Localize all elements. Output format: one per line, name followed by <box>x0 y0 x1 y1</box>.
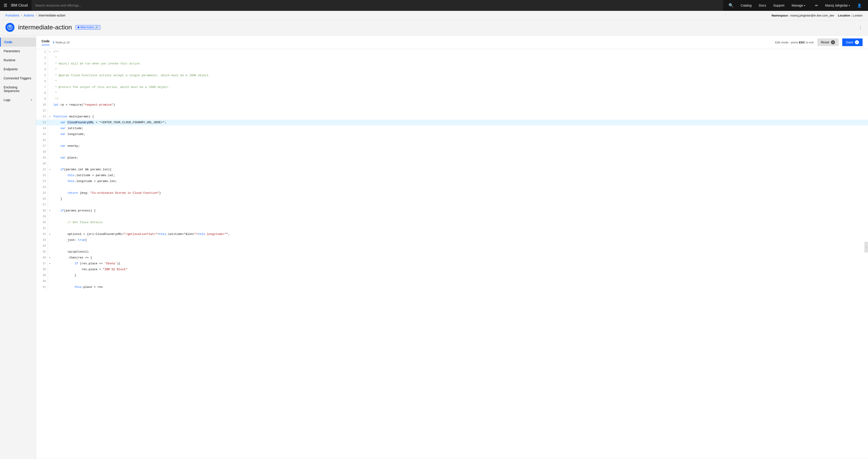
sidebar-item-connected-triggers[interactable]: Connected Triggers <box>0 74 36 83</box>
collapse-arrow-icon <box>48 67 52 72</box>
sidebar-item-parameters[interactable]: Parameters <box>0 47 36 56</box>
table-row[interactable]: 25 return {msg: "Co-ordinates Stored in … <box>36 190 868 196</box>
table-row[interactable]: 3 * main() will be run when you invoke t… <box>36 61 868 67</box>
sidebar-item-runtime[interactable]: Runtime <box>0 56 36 65</box>
table-row[interactable]: 37▾ if (res.place == 'Ebony'){ <box>36 261 868 267</box>
line-number: 5 <box>36 72 48 79</box>
user-menu[interactable]: Manoj Jahgirdar ▾ <box>822 0 854 11</box>
reset-button[interactable]: Reset ✕ <box>817 38 839 46</box>
web-action-badge[interactable]: Web Action 🔗 <box>75 25 100 30</box>
sidebar-item-enclosing-sequences[interactable]: Enclosing Sequences <box>0 83 36 95</box>
collapse-arrow-icon <box>48 143 52 149</box>
table-row[interactable]: 30 // Get Place Details <box>36 219 868 225</box>
table-row[interactable]: 18 <box>36 149 868 155</box>
more-options-icon[interactable]: ⋮ <box>858 25 863 30</box>
menu-icon[interactable]: ☰ <box>4 3 7 8</box>
collapse-arrow-icon <box>48 202 52 208</box>
table-row[interactable]: 17 var nearby; <box>36 143 868 149</box>
breadcrumb-actions[interactable]: Actions <box>24 13 34 17</box>
table-row[interactable]: 9 */ <box>36 96 868 102</box>
user-name: Manoj Jahgirdar <box>825 4 848 7</box>
table-row[interactable]: 34 <box>36 243 868 249</box>
table-row[interactable]: 11 <box>36 108 868 114</box>
line-number: 28 <box>36 208 48 214</box>
sidebar-item-code[interactable]: Code <box>0 37 36 47</box>
docs-link[interactable]: Docs <box>755 0 770 11</box>
runtime-badge: ℹ Node.js 10 <box>53 40 70 44</box>
table-row[interactable]: 38 res.place = "IBM G2 Block" <box>36 267 868 272</box>
table-row[interactable]: 15 var longitude; <box>36 131 868 137</box>
table-row[interactable]: 12▾function main(params) { <box>36 114 868 120</box>
table-row[interactable]: 4 * <box>36 67 868 72</box>
breadcrumb-functions[interactable]: Functions <box>5 13 19 17</box>
edit-icon[interactable]: ✏ <box>812 0 821 11</box>
user-avatar-icon[interactable]: 👤 <box>855 0 864 11</box>
manage-link[interactable]: Manage ▾ <box>788 0 809 11</box>
collapse-arrow-icon[interactable]: ▾ <box>48 166 52 173</box>
table-row[interactable]: 36▾ .then(res => { <box>36 255 868 261</box>
table-row[interactable]: 35 rp(options1) <box>36 249 868 255</box>
support-link[interactable]: Support <box>770 0 788 11</box>
collapse-arrow-icon[interactable]: ▾ <box>48 49 52 55</box>
catalog-link[interactable]: Catalog <box>737 0 755 11</box>
page-header: intermediate-action Web Action 🔗 ⋮ <box>0 20 868 36</box>
collapse-arrow-icon[interactable]: ▾ <box>48 231 52 237</box>
table-row[interactable]: 19 var place; <box>36 155 868 161</box>
sidebar-item-logs[interactable]: Logs↗ <box>0 95 36 104</box>
search-icon[interactable]: 🔍 <box>728 3 734 8</box>
table-row[interactable]: 29 <box>36 214 868 219</box>
save-button[interactable]: Save ✓ <box>842 38 863 46</box>
table-row[interactable]: 24 <box>36 184 868 190</box>
collapse-arrow-icon[interactable]: ▾ <box>48 208 52 214</box>
table-row[interactable]: 8 * <box>36 90 868 96</box>
code-editor-body[interactable]: 1▾/**2 *3 * main() will be run when you … <box>36 49 868 459</box>
breadcrumb-sep1: / <box>21 13 22 17</box>
tab-code[interactable]: Code <box>41 39 50 45</box>
line-number: 22 <box>36 173 48 178</box>
table-row[interactable]: 33 json: true} <box>36 237 868 243</box>
table-row[interactable]: 20 <box>36 161 868 166</box>
collapse-arrow-icon <box>48 267 52 272</box>
table-row[interactable]: 27 <box>36 202 868 208</box>
table-row[interactable]: 22 this.latitude = params.lat; <box>36 173 868 178</box>
sidebar-item-label: Connected Triggers <box>4 76 31 80</box>
table-row[interactable]: 23 this.longitude = params.lon; <box>36 178 868 184</box>
collapse-arrow-icon[interactable]: ▾ <box>48 261 52 267</box>
table-row[interactable]: 5 * @param Cloud Functions actions accep… <box>36 72 868 79</box>
manage-dropdown-icon: ▾ <box>804 4 805 7</box>
sidebar-item-endpoints[interactable]: Endpoints <box>0 65 36 74</box>
table-row[interactable]: 31 <box>36 225 868 231</box>
collapse-arrow-icon[interactable]: ▾ <box>48 255 52 261</box>
table-row[interactable]: 6 * <box>36 79 868 84</box>
line-content <box>52 161 868 166</box>
line-number: 37 <box>36 261 48 267</box>
search-input[interactable] <box>31 0 723 11</box>
line-content: var longitude; <box>52 131 868 137</box>
table-row[interactable]: 10let rp = require("request-promise") <box>36 102 868 108</box>
line-content: * <box>52 90 868 96</box>
sidebar-item-label: Parameters <box>4 49 20 53</box>
table-row[interactable]: 39 } <box>36 272 868 278</box>
line-content: this.latitude = params.lat; <box>52 173 868 178</box>
table-row[interactable]: 7 * @return The output of this action, w… <box>36 84 868 90</box>
table-row[interactable]: 21▾ if(params.lat && params.lon){ <box>36 166 868 173</box>
right-panel-toggle[interactable]: ‹ <box>864 242 868 252</box>
sidebar-item-ext-icon: ↗ <box>30 98 32 101</box>
line-content: var CloudFoundryURL = "<ENTER_YOUR_CLOUD… <box>52 120 868 125</box>
table-row[interactable]: 26 } <box>36 196 868 202</box>
table-row[interactable]: 14 var latitude; <box>36 125 868 131</box>
content-area: Code ℹ Node.js 10 Edit mode - press ESC … <box>36 36 868 459</box>
table-row[interactable]: 13 var CloudFoundryURL = "<ENTER_YOUR_CL… <box>36 120 868 125</box>
table-row[interactable]: 28▾ if(params.process) { <box>36 208 868 214</box>
table-row[interactable]: 2 * <box>36 55 868 61</box>
table-row[interactable]: 16 <box>36 137 868 143</box>
table-row[interactable]: 1▾/** <box>36 49 868 55</box>
line-content: } <box>52 196 868 202</box>
reset-close-icon: ✕ <box>831 40 835 44</box>
line-content <box>52 243 868 249</box>
table-row[interactable]: 40 <box>36 278 868 284</box>
collapse-arrow-icon <box>48 196 52 202</box>
collapse-arrow-icon[interactable]: ▾ <box>48 114 52 120</box>
table-row[interactable]: 41 this.place = res <box>36 284 868 290</box>
table-row[interactable]: 32▾ options1 = {uri:CloudFoundryURL+"/ge… <box>36 231 868 237</box>
